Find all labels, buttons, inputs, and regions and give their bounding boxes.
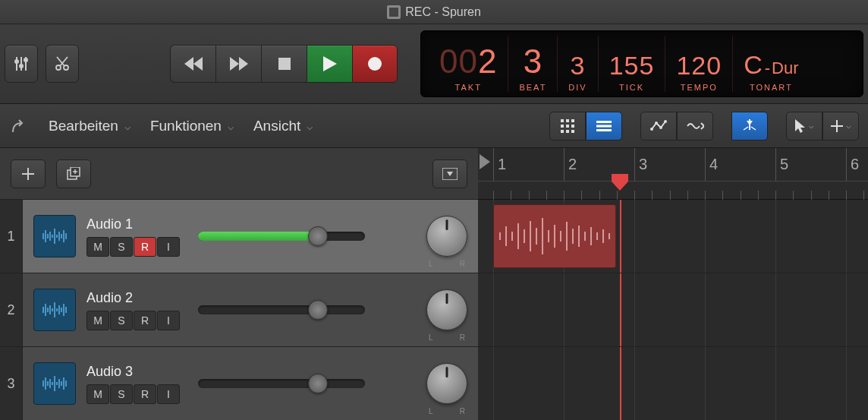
edit-menu[interactable]: Bearbeiten⌵ (44, 115, 135, 137)
lcd-tick[interactable]: 155TICK (599, 36, 666, 92)
input-monitor-button[interactable]: I (157, 311, 180, 330)
svg-marker-12 (184, 57, 193, 71)
svg-rect-27 (571, 130, 574, 133)
svg-rect-29 (596, 125, 612, 127)
pointer-tool-button[interactable]: ⌵ (786, 112, 822, 141)
svg-marker-14 (230, 57, 239, 71)
chevron-down-icon: ⌵ (846, 121, 851, 131)
svg-rect-21 (571, 119, 574, 122)
pan-knob[interactable]: LR (426, 216, 467, 257)
svg-marker-36 (747, 121, 753, 125)
forward-button[interactable] (215, 45, 261, 83)
rewind-button[interactable] (170, 45, 215, 83)
mute-button[interactable]: M (86, 384, 109, 404)
stop-button[interactable] (261, 45, 307, 83)
track-header[interactable]: Audio 1MSRILR (23, 200, 478, 273)
lcd-tonart[interactable]: C-Dur TONART (733, 36, 809, 92)
track-number[interactable]: 1 (0, 200, 23, 273)
track-number[interactable]: 2 (0, 273, 23, 346)
functions-menu[interactable]: Funktionen⌵ (146, 115, 238, 137)
volume-thumb[interactable] (308, 226, 328, 246)
audio-track-icon (33, 289, 76, 331)
play-button[interactable] (307, 45, 352, 83)
snap-group (731, 112, 768, 141)
add-track-button[interactable] (11, 159, 46, 188)
timeline-ruler[interactable]: 123456 (478, 148, 868, 200)
lcd-div[interactable]: 3DIV (558, 36, 598, 92)
lcd-takt[interactable]: 002 TAKT (429, 36, 508, 92)
chevron-down-icon: ⌵ (809, 121, 814, 131)
chevron-down-icon: ⌵ (228, 120, 234, 132)
svg-rect-1 (389, 8, 398, 17)
mute-button[interactable]: M (86, 311, 109, 330)
input-monitor-button[interactable]: I (157, 384, 180, 404)
track-lane[interactable] (478, 347, 868, 420)
view-menu[interactable]: Ansicht⌵ (249, 115, 317, 137)
svg-point-31 (650, 128, 653, 131)
svg-point-33 (659, 126, 662, 129)
track-row[interactable]: 2Audio 2MSRILR (0, 273, 868, 347)
lcd-tempo[interactable]: 120TEMPO (665, 36, 733, 92)
svg-point-32 (655, 122, 658, 125)
svg-marker-49 (612, 174, 628, 191)
record-enable-button[interactable]: R (134, 384, 156, 404)
track-name[interactable]: Audio 2 (86, 290, 180, 306)
back-arrow-icon[interactable] (9, 114, 33, 138)
pan-knob[interactable]: LR (426, 289, 467, 330)
scissors-button[interactable] (46, 45, 79, 83)
solo-button[interactable]: S (110, 311, 133, 330)
input-monitor-button[interactable]: I (157, 237, 180, 257)
svg-point-7 (24, 58, 27, 62)
volume-slider[interactable] (198, 379, 365, 388)
window-titlebar: REC - Spuren (0, 0, 868, 24)
list-view-button[interactable] (586, 112, 622, 141)
record-button[interactable] (352, 45, 398, 83)
track-row[interactable]: 3Audio 3MSRILR (0, 347, 868, 420)
add-tool-button[interactable]: ⌵ (822, 112, 859, 141)
mute-button[interactable]: M (86, 237, 109, 257)
volume-slider[interactable] (198, 305, 365, 314)
audio-region[interactable] (493, 204, 616, 268)
svg-marker-47 (447, 172, 453, 176)
track-lane[interactable] (478, 200, 868, 273)
volume-thumb[interactable] (308, 374, 328, 393)
svg-point-6 (20, 65, 23, 68)
transport-controls (170, 45, 398, 83)
track-header-tools (0, 148, 478, 200)
tracks-area: 1Audio 1MSRILR2Audio 2MSRILR3Audio 3MSRI… (0, 200, 868, 420)
playhead-marker[interactable] (612, 174, 628, 191)
mixer-button[interactable] (5, 45, 38, 83)
track-header[interactable]: Audio 2MSRILR (23, 273, 478, 346)
track-number[interactable]: 3 (0, 347, 23, 420)
svg-point-5 (15, 60, 18, 63)
track-header[interactable]: Audio 3MSRILR (23, 347, 478, 420)
automation-group (640, 112, 713, 141)
duplicate-track-button[interactable] (56, 159, 91, 188)
track-name[interactable]: Audio 3 (86, 364, 180, 380)
catch-playhead-button[interactable] (731, 112, 768, 141)
track-lane[interactable] (478, 273, 868, 346)
pan-knob[interactable]: LR (426, 363, 467, 404)
svg-marker-17 (323, 56, 337, 71)
volume-thumb[interactable] (308, 300, 328, 320)
svg-rect-26 (566, 130, 569, 133)
automation-button[interactable] (640, 112, 677, 141)
lcd-beat[interactable]: 3BEAT (508, 36, 558, 92)
track-row[interactable]: 1Audio 1MSRILR (0, 200, 868, 273)
audio-track-icon (33, 362, 76, 405)
chevron-down-icon: ⌵ (307, 120, 313, 132)
track-name[interactable]: Audio 1 (86, 216, 180, 232)
svg-rect-28 (596, 121, 612, 123)
svg-rect-30 (596, 129, 612, 131)
global-tracks-button[interactable] (432, 159, 467, 188)
solo-button[interactable]: S (110, 237, 133, 257)
record-enable-button[interactable]: R (134, 311, 156, 330)
volume-slider[interactable] (198, 232, 365, 241)
svg-rect-22 (561, 125, 564, 128)
svg-rect-24 (571, 125, 574, 128)
flex-button[interactable] (677, 112, 713, 141)
record-enable-button[interactable]: R (134, 237, 156, 257)
solo-button[interactable]: S (110, 384, 133, 404)
grid-view-button[interactable] (549, 112, 586, 141)
svg-rect-19 (561, 119, 564, 122)
